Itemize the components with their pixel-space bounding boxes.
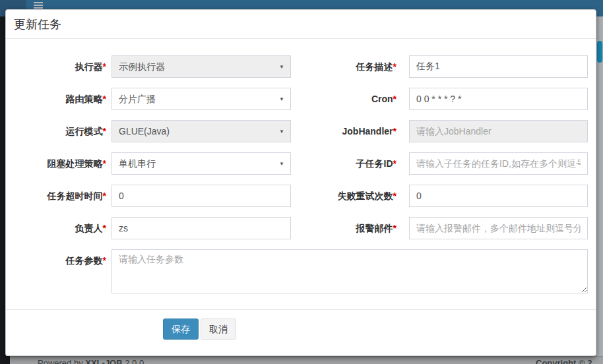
cancel-button[interactable]: 取消 [201, 318, 236, 340]
required-asterisk: * [393, 191, 397, 201]
form-row: 任务超时时间* 失败重试次数* [6, 185, 596, 207]
form-row: 阻塞处理策略* 单机串行▼ 子任务ID* [6, 152, 596, 175]
page-scrollbar[interactable] [596, 16, 603, 364]
executor-label: 执行器* [6, 55, 106, 78]
required-asterisk: * [103, 61, 106, 72]
cron-label: Cron* [204, 88, 397, 110]
route-strategy-label: 路由策略* [6, 88, 106, 110]
required-asterisk: * [103, 94, 106, 104]
brand-name: XXL-JOB [85, 358, 122, 364]
page-footer: Powered by XXL-JOB 2.0.0 Copyright © 2 [0, 356, 603, 364]
fail-retry-label: 失败重试次数* [204, 185, 397, 207]
required-asterisk: * [103, 223, 106, 233]
copyright-text: Copyright © 2 [536, 358, 592, 364]
powered-by-text: Powered by XXL-JOB 2.0.0 [38, 358, 144, 364]
required-asterisk: * [103, 158, 106, 169]
timeout-label: 任务超时时间* [6, 185, 106, 207]
form-row: 执行器* 示例执行器▼ 任务描述* [6, 55, 596, 78]
alarm-email-input[interactable] [409, 217, 588, 239]
required-asterisk: * [393, 158, 397, 169]
form-row: 运行模式* GLUE(Java)▼ JobHandler* [6, 120, 596, 142]
alarm-email-label: 报警邮件* [204, 217, 397, 239]
required-asterisk: * [393, 61, 397, 72]
form-row: 路由策略* 分片广播▼ Cron* [6, 88, 596, 110]
required-asterisk: * [393, 94, 397, 104]
modal-title: 更新任务 [14, 16, 61, 32]
save-button[interactable]: 保存 [163, 318, 199, 340]
footer-divider [6, 309, 596, 310]
form-row: 任务参数* [6, 249, 596, 293]
required-asterisk: * [103, 191, 106, 201]
task-description-input[interactable] [409, 55, 588, 78]
header-divider [6, 38, 596, 39]
glue-type-label: 运行模式* [6, 120, 106, 142]
update-task-modal: 更新任务 执行器* 示例执行器▼ 任务描述* 路由策略* 分片广播▼ Cron*… [5, 9, 596, 356]
child-job-id-input[interactable] [409, 152, 588, 175]
job-param-label: 任务参数* [6, 249, 106, 272]
sidebar-footer-corner [0, 356, 10, 364]
required-asterisk: * [103, 126, 106, 136]
author-label: 负责人* [6, 217, 106, 239]
form-row: 负责人* 报警邮件* [6, 217, 596, 239]
required-asterisk: * [393, 223, 397, 233]
scrollbar-thumb[interactable] [597, 41, 602, 63]
job-param-textarea[interactable] [111, 249, 588, 293]
block-strategy-label: 阻塞处理策略* [6, 152, 106, 175]
jobhandler-label: JobHandler* [204, 120, 397, 142]
required-asterisk: * [103, 255, 106, 266]
jobhandler-input [409, 120, 588, 142]
child-job-id-label: 子任务ID* [204, 152, 397, 175]
fail-retry-input[interactable] [409, 185, 588, 207]
required-asterisk: * [393, 126, 397, 136]
cron-input[interactable] [409, 88, 588, 110]
task-description-label: 任务描述* [204, 55, 397, 78]
